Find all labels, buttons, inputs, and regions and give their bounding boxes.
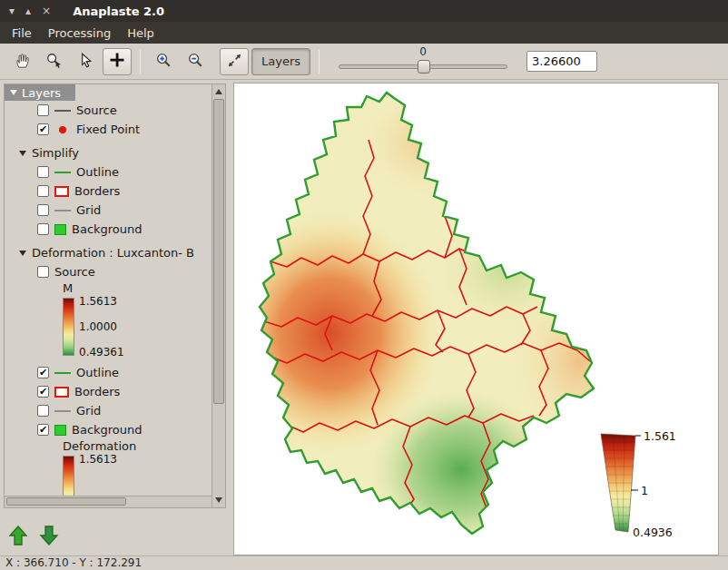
checkbox-fixed-point[interactable]: [37, 123, 49, 135]
colorbar-deformation: 1.5613 1.0000: [5, 456, 212, 496]
select-tool-button[interactable]: [71, 48, 100, 75]
layer-row-def-outline[interactable]: Outline: [5, 363, 212, 382]
layer-row-fixed-point[interactable]: Fixed Point: [5, 120, 212, 139]
tree-horizontal-scrollbar[interactable]: [5, 496, 212, 507]
magnifier-arrow-icon: [45, 52, 63, 72]
slider-value-label: 0: [337, 45, 509, 58]
colorbar-min-value: 0.49361: [79, 346, 124, 359]
legend-mid-value: 1: [641, 484, 648, 497]
statusbar: X : 366.710 - Y : 172.291: [0, 555, 728, 570]
colorbar-deformation-title: Deformation: [5, 439, 212, 454]
checkbox-outline[interactable]: [37, 166, 49, 178]
toolbar-separator-2: [319, 50, 320, 74]
scroll-down-icon[interactable]: [212, 494, 225, 506]
layer-label: Source: [54, 265, 95, 279]
colorbar-gradient: [63, 456, 74, 496]
close-icon[interactable]: ×: [42, 0, 51, 22]
layer-label: Borders: [74, 184, 120, 198]
layer-row-simplify-outline[interactable]: Outline: [5, 162, 212, 182]
hand-icon: [14, 52, 31, 72]
layer-row-simplify-grid[interactable]: Grid: [5, 201, 212, 220]
scroll-up-icon[interactable]: [212, 85, 225, 98]
green-line-swatch-icon: [54, 372, 71, 374]
window-controls: ▾ ▴ ×: [0, 0, 60, 22]
map-canvas[interactable]: 1.561 1 0.4936: [233, 83, 719, 555]
cursor-coordinates: X : 366.710 - Y : 172.291: [5, 556, 142, 569]
collapse-triangle-icon[interactable]: [10, 90, 17, 95]
layer-label: Borders: [74, 385, 120, 398]
green-square-swatch-icon: [54, 224, 66, 235]
layer-row-def-borders[interactable]: Borders: [5, 382, 212, 401]
checkbox-def-grid[interactable]: [37, 405, 49, 417]
green-down-arrow-icon: [39, 525, 59, 549]
scrollbar-thumb[interactable]: [213, 99, 224, 404]
green-square-swatch-icon: [54, 425, 66, 436]
scrollbar-thumb[interactable]: [6, 497, 126, 506]
checkbox-def-source[interactable]: [37, 266, 49, 278]
layer-row-deformation-source[interactable]: Source: [5, 262, 212, 281]
map-legend: 1.561 1 0.4936: [597, 429, 676, 539]
window-title: Anaplaste 2.0: [73, 5, 164, 18]
maximize-icon[interactable]: ▴: [25, 0, 31, 22]
slider-handle[interactable]: [418, 60, 430, 74]
minimize-icon[interactable]: ▾: [9, 0, 15, 22]
layer-label: Outline: [76, 165, 119, 179]
zoom-in-icon: [155, 52, 172, 72]
crosshair-tool-button[interactable]: [103, 48, 132, 75]
layers-toggle-button[interactable]: Layers: [251, 48, 310, 75]
fit-view-button[interactable]: [220, 48, 249, 75]
checkbox-def-background[interactable]: [37, 424, 49, 436]
zoom-out-button[interactable]: [181, 48, 210, 75]
colorbar-m: 1.5613 1.0000 0.49361: [5, 298, 212, 359]
line-swatch-icon: [54, 110, 71, 112]
layer-row-simplify-borders[interactable]: Borders: [5, 182, 212, 201]
crosshair-icon: [108, 51, 126, 72]
red-dot-swatch-icon: [59, 126, 66, 133]
red-rect-swatch-icon: [54, 186, 69, 197]
tree-vertical-scrollbar[interactable]: [212, 84, 225, 507]
cursor-arrow-icon: [77, 52, 94, 72]
tree-header-layers[interactable]: Layers: [5, 84, 75, 101]
move-layer-down-button[interactable]: [38, 525, 60, 548]
layer-label: Background: [72, 423, 143, 437]
layers-button-label: Layers: [261, 54, 300, 68]
colorbar-max-value: 1.5613: [79, 453, 117, 466]
colorbar-ticks: 1.5613 1.0000: [79, 453, 117, 496]
expander-triangle-icon[interactable]: [19, 251, 26, 256]
checkbox-borders[interactable]: [37, 185, 49, 197]
pan-tool-button[interactable]: [7, 48, 36, 75]
colorbar-ticks: 1.5613 1.0000 0.49361: [79, 295, 124, 359]
green-line-swatch-icon: [54, 172, 71, 173]
menu-help[interactable]: Help: [119, 24, 162, 43]
group-simplify[interactable]: Simplify: [5, 143, 212, 162]
colorbar-max-value: 1.5613: [79, 295, 124, 308]
colorbar-m-title: M: [5, 281, 212, 296]
scale-value-field[interactable]: [526, 51, 597, 72]
checkbox-def-borders[interactable]: [37, 386, 49, 398]
layer-label: Source: [76, 103, 117, 117]
deformation-slider: 0: [337, 44, 509, 79]
checkbox-def-outline[interactable]: [37, 367, 49, 378]
layer-row-simplify-background[interactable]: Background: [5, 220, 212, 239]
checkbox-background[interactable]: [37, 223, 49, 235]
toolbar-separator: [140, 50, 141, 74]
layer-row-def-grid[interactable]: Grid: [5, 401, 212, 420]
expander-triangle-icon[interactable]: [19, 151, 26, 156]
layer-row-source[interactable]: Source: [5, 101, 212, 120]
menu-file[interactable]: File: [4, 24, 40, 43]
zoom-select-button[interactable]: [39, 48, 68, 75]
layer-label: Background: [72, 222, 143, 236]
layer-row-def-background[interactable]: Background: [5, 420, 212, 439]
deformation-map[interactable]: 1.561 1 0.4936: [234, 84, 720, 556]
move-layer-up-button[interactable]: [7, 525, 29, 548]
zoom-in-button[interactable]: [149, 48, 178, 75]
group-deformation[interactable]: Deformation : Luxcanton- B: [5, 243, 212, 262]
checkbox-grid[interactable]: [37, 204, 49, 216]
menubar: File Processing Help: [0, 22, 728, 44]
green-up-arrow-icon: [8, 525, 28, 549]
checkbox-source[interactable]: [37, 104, 49, 116]
legend-max-value: 1.561: [644, 429, 676, 443]
menu-processing[interactable]: Processing: [40, 24, 119, 43]
group-label: Deformation : Luxcanton- B: [32, 246, 194, 260]
red-rect-swatch-icon: [54, 387, 69, 398]
